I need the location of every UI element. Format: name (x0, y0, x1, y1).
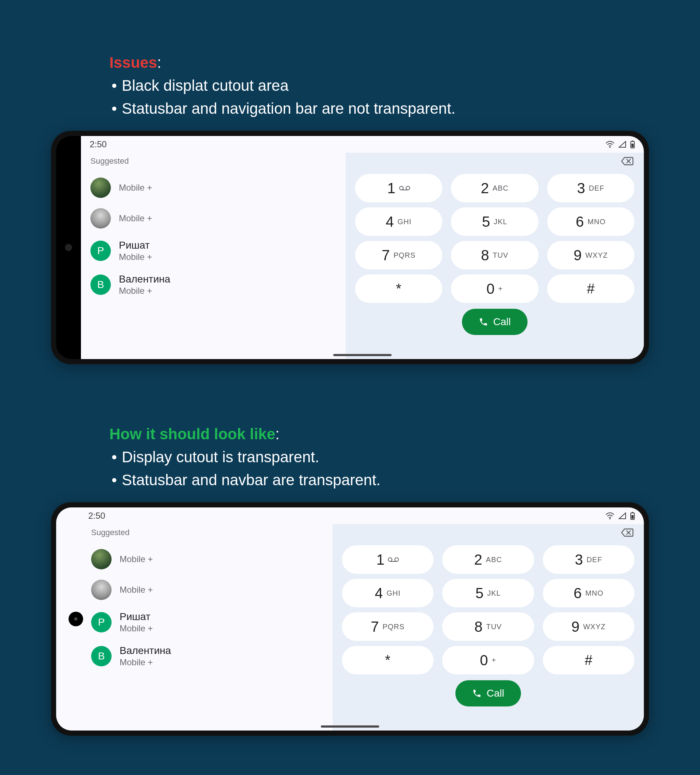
contact-avatar (91, 549, 111, 569)
suggested-label: Suggested (91, 528, 325, 537)
contact-name: Валентина (120, 644, 171, 657)
dialkey-4[interactable]: 4GHI (355, 208, 442, 236)
camera-icon (68, 612, 83, 626)
contact-avatar: В (90, 274, 111, 295)
contact-subtext: Mobile + (119, 251, 152, 263)
statusbar-time: 2:50 (88, 511, 105, 521)
dialkey-0[interactable]: 0+ (451, 274, 538, 303)
issues-block: Issues: Black displat cutout area Status… (110, 51, 700, 120)
backspace-button[interactable] (620, 156, 633, 167)
svg-rect-2 (632, 141, 633, 142)
svg-rect-3 (632, 144, 633, 147)
dialkey-9[interactable]: 9WXYZ (543, 612, 634, 641)
backspace-button[interactable] (620, 528, 633, 539)
expected-bullet: Display cutout is transparent. (110, 446, 700, 469)
dialkey-0[interactable]: 0+ (442, 646, 534, 674)
voicemail-icon (388, 557, 399, 562)
backspace-icon (620, 156, 633, 166)
svg-rect-10 (632, 515, 633, 519)
contact-avatar: В (91, 646, 111, 666)
contact-row[interactable]: Mobile + (89, 544, 325, 574)
svg-point-11 (388, 558, 392, 561)
statusbar: 2:50 (56, 507, 644, 524)
contact-name: Ришат (120, 610, 153, 623)
contacts-pane: Suggested Mobile + Mobile + Р Ри (56, 524, 333, 730)
call-button[interactable]: Call (456, 680, 521, 707)
dialkey-6[interactable]: 6MNO (547, 208, 634, 236)
svg-rect-9 (632, 512, 633, 513)
dialkey-8[interactable]: 8TUV (442, 612, 534, 641)
nav-gesture-indicator[interactable] (333, 354, 392, 356)
dialkey-8[interactable]: 8TUV (451, 241, 538, 269)
suggested-label: Suggested (90, 156, 338, 166)
dialkey-2[interactable]: 2ABC (442, 545, 534, 574)
dialkey-3[interactable]: 3DEF (547, 174, 634, 202)
contact-subtext: Mobile + (120, 584, 153, 595)
phone-icon (472, 689, 482, 698)
contact-avatar (90, 178, 111, 198)
dialkey-5[interactable]: 5JKL (451, 208, 538, 236)
dialkey-star[interactable]: * (342, 646, 434, 674)
contact-subtext: Mobile + (119, 285, 170, 296)
dialkey-2[interactable]: 2ABC (451, 174, 538, 202)
contact-avatar: Р (90, 241, 111, 261)
issues-bullet: Black displat cutout area (110, 74, 700, 97)
nav-gesture-indicator[interactable] (321, 725, 379, 728)
phone-icon (479, 317, 488, 327)
voicemail-icon (399, 185, 410, 191)
dialkey-9[interactable]: 9WXYZ (547, 241, 634, 269)
svg-point-0 (609, 146, 611, 148)
contact-name: Валентина (119, 273, 170, 285)
dialkey-hash[interactable]: # (547, 274, 634, 303)
expected-title: How it should look like (110, 426, 275, 442)
camera-icon (64, 243, 73, 252)
dialkey-6[interactable]: 6MNO (543, 579, 634, 607)
dialkey-7[interactable]: 7PQRS (342, 612, 434, 641)
issues-title: Issues (110, 54, 157, 71)
backspace-icon (620, 528, 633, 537)
contact-row[interactable]: В Валентина Mobile + (89, 639, 325, 673)
contact-row[interactable]: Mobile + (88, 203, 338, 234)
dialkey-7[interactable]: 7PQRS (355, 241, 442, 269)
contact-subtext: Mobile + (120, 623, 153, 634)
contact-row[interactable]: Mobile + (89, 574, 325, 605)
statusbar: 2:50 (81, 136, 644, 153)
contact-avatar: Р (91, 612, 111, 632)
contact-row[interactable]: В Валентина Mobile + (88, 268, 338, 301)
contact-subtext: Mobile + (119, 213, 152, 224)
svg-point-7 (609, 518, 611, 519)
contact-subtext: Mobile + (120, 657, 171, 668)
dialer-pane: 1 2ABC 3DEF 4GHI 5JKL 6MNO 7PQRS 8TUV 9W… (333, 524, 644, 730)
contact-avatar (91, 580, 111, 600)
call-button[interactable]: Call (462, 309, 527, 335)
dialkey-3[interactable]: 3DEF (543, 545, 634, 574)
battery-icon (630, 140, 635, 148)
contact-avatar (90, 208, 111, 229)
wifi-icon (605, 512, 615, 519)
call-button-label: Call (487, 687, 504, 699)
contact-subtext: Mobile + (119, 182, 152, 193)
dialkey-1[interactable]: 1 (355, 174, 442, 202)
dialkey-hash[interactable]: # (543, 646, 634, 674)
dialkey-5[interactable]: 5JKL (442, 579, 534, 607)
dialkey-1[interactable]: 1 (342, 545, 434, 574)
contacts-pane: Suggested Mobile + Mobile + (81, 153, 346, 359)
issues-bullet: Statusbar and navigation bar are not tra… (110, 97, 700, 120)
expected-bullet: Statusbar and navbar are transparent. (110, 469, 700, 491)
svg-point-5 (406, 186, 410, 190)
contact-subtext: Mobile + (120, 554, 153, 565)
statusbar-time: 2:50 (90, 139, 107, 150)
contact-name: Ришат (119, 239, 152, 251)
dialer-pane: 1 2ABC 3DEF 4GHI 5JKL 6MNO 7PQRS 8TUV 9W… (346, 153, 644, 359)
dialkey-star[interactable]: * (355, 274, 442, 303)
call-button-label: Call (493, 316, 511, 328)
svg-point-12 (395, 558, 399, 561)
contact-row[interactable]: Р Ришат Mobile + (88, 234, 338, 268)
contact-row[interactable]: Mobile + (88, 173, 338, 203)
contact-row[interactable]: Р Ришат Mobile + (89, 605, 325, 639)
wifi-icon (605, 141, 615, 148)
display-cutout-area (56, 136, 81, 359)
signal-icon (619, 512, 626, 519)
dialkey-4[interactable]: 4GHI (342, 579, 434, 607)
svg-point-4 (399, 186, 403, 190)
